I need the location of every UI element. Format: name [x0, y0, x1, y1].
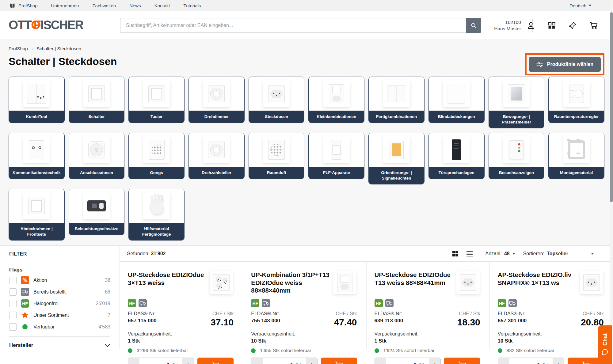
otto-fischer-logo[interactable]: OTTOFISCHER [9, 18, 83, 32]
category-tile[interactable]: Kommunikationstechnik [9, 133, 65, 179]
flag-count: 7 [108, 313, 110, 318]
quantity-decrease-button[interactable]: − [128, 358, 139, 364]
flag-checkbox[interactable] [9, 300, 17, 307]
product-card: UP-Kombination 3/1P+T13 EDIZIOdue weiss … [243, 262, 366, 349]
category-tile[interactable]: Drehzahlsteller [188, 133, 245, 179]
product-image[interactable] [580, 271, 604, 295]
category-tile[interactable]: KombiTool [9, 77, 65, 123]
quantity-decrease-button[interactable]: − [251, 358, 263, 364]
hf-label: HF [252, 301, 258, 306]
category-tile[interactable]: Montagematerial [548, 133, 604, 179]
flag-label[interactable]: Unser Sortiment [33, 313, 69, 318]
quantity-increase-button[interactable]: + [306, 358, 317, 364]
category-tile[interactable]: Kleinkombinationen [308, 77, 364, 123]
category-image [489, 133, 544, 167]
vent-product-thumbnail-icon [263, 136, 290, 163]
flag-label[interactable]: Halogenfrei [33, 301, 59, 306]
percent-badge-icon: % [21, 276, 29, 284]
flag-label[interactable]: Aktion [33, 278, 47, 283]
category-tile[interactable]: Hilfsmaterial Fertigmontage [128, 189, 185, 241]
sort-select[interactable]: Sortieren: Topseller [523, 251, 594, 256]
product-title[interactable]: UP-Steckdose EDIZIOdue T13 weiss 88×88×4… [375, 271, 456, 298]
category-tile[interactable]: Türsprechanlagen [428, 133, 485, 179]
star-badge-icon [21, 311, 29, 319]
product-image[interactable] [210, 271, 234, 295]
product-title[interactable]: UP-Kombination 3/1P+T13 EDIZIOdue weiss … [251, 271, 333, 298]
add-to-cart-button[interactable] [321, 358, 357, 364]
category-tile[interactable]: FLF-Apparate [308, 133, 364, 179]
socket3-product-thumbnail-icon [210, 271, 233, 294]
search-button[interactable] [466, 18, 481, 33]
quantity-display[interactable]: 1Stk [263, 358, 306, 364]
category-tile[interactable]: Fertigkombinationen [368, 77, 425, 123]
flag-checkbox[interactable] [9, 323, 17, 331]
flag-checkbox[interactable] [9, 288, 17, 296]
topnav-item-news[interactable]: News [129, 3, 141, 8]
list-view-icon[interactable] [466, 251, 473, 257]
category-tile[interactable]: Blindabdeckungen [428, 77, 485, 123]
category-image [129, 133, 184, 167]
quantity-unit: Stk [295, 362, 302, 364]
language-selector[interactable]: Deutsch [569, 3, 592, 8]
grid-view-icon[interactable] [452, 250, 459, 257]
category-tile[interactable]: Orientierungs- | Signalleuchten [368, 133, 425, 184]
quantity-increase-button[interactable]: + [553, 358, 564, 364]
quantity-increase-button[interactable]: + [182, 358, 194, 364]
scrollbar-thumb[interactable] [610, 12, 613, 202]
hersteller-accordion[interactable]: Hersteller [9, 342, 110, 348]
category-tile[interactable]: Anschlussdosen [69, 133, 125, 179]
cart-icon[interactable] [589, 21, 598, 30]
rocker-product-thumbnail-icon [23, 192, 50, 219]
category-tile[interactable]: Gongs [128, 133, 185, 179]
flag-label[interactable]: Bereits bestellt [33, 289, 66, 295]
category-tile[interactable]: Beleuchtungseinsätze [69, 189, 125, 235]
quantity-display[interactable]: 1Stk [386, 358, 429, 364]
category-tile[interactable]: Raumduft [249, 133, 305, 179]
quantity-decrease-button[interactable]: − [375, 358, 386, 364]
flag-checkbox[interactable] [9, 277, 17, 284]
user-account-icon[interactable] [527, 21, 535, 30]
category-tile[interactable]: Abdeckrahmen | Frontsets [9, 189, 65, 241]
category-tile[interactable]: Bewegungs- | Präsenzmelder [489, 77, 545, 128]
catalog-icon[interactable] [547, 21, 556, 30]
topnav-item-profshop[interactable]: ProfShop [9, 3, 38, 8]
account-info[interactable]: 102100 Hans Muster [494, 19, 521, 32]
category-image [9, 133, 64, 167]
price-unit-label: CHF / Stk [457, 311, 480, 317]
product-image[interactable] [456, 271, 480, 295]
productline-button-label: Produktlinie wählen [547, 62, 593, 67]
productline-select-button[interactable]: Produktlinie wählen [529, 57, 601, 72]
category-tile[interactable]: Schalter [69, 77, 125, 123]
category-tile[interactable]: Raumtemperaturregler [548, 77, 604, 123]
topnav-item-tutorials[interactable]: Tutorials [184, 3, 201, 8]
quantity-increase-button[interactable]: + [429, 358, 440, 364]
hf-label: HF [499, 301, 505, 306]
topnav-item-kontakt[interactable]: Kontakt [154, 3, 170, 8]
flag-label[interactable]: Verfügbar [33, 324, 55, 330]
topnav-item-fachwelten[interactable]: Fachwelten [92, 3, 116, 8]
quantity-decrease-button[interactable]: − [498, 358, 509, 364]
product-title[interactable]: UP-Steckdose EDIZIOdue 3×T13 weiss [128, 271, 210, 298]
quantity-display[interactable]: 1Stk [509, 358, 553, 364]
page-scrollbar[interactable] [610, 0, 613, 364]
product-title[interactable]: AP-Steckdose EDIZIO.liv SNAPFIX® 1×T13 w… [498, 271, 580, 298]
flag-checkbox[interactable] [9, 312, 17, 319]
page-size-select[interactable]: Anzahl: 48 [485, 251, 515, 256]
quantity-display[interactable]: 1Stk [139, 358, 182, 364]
darkmodule-product-thumbnail-icon [83, 192, 110, 219]
topnav-item-unternehmen[interactable]: Unternehmen [51, 3, 79, 8]
category-tile[interactable]: Besuchsanzeigen [489, 133, 545, 179]
category-tile[interactable]: Taster [128, 77, 185, 123]
breadcrumb-home[interactable]: ProfShop [9, 46, 28, 51]
pin-icon[interactable] [568, 21, 577, 30]
chat-button[interactable]: Chat [598, 325, 612, 364]
search-input[interactable] [120, 18, 466, 33]
category-tile[interactable]: Drehdimmer [188, 77, 245, 123]
add-to-cart-button[interactable] [444, 358, 480, 364]
category-image [549, 133, 604, 167]
stock-text: 1'655 Stk sofort lieferbar [260, 348, 311, 353]
product-image[interactable] [333, 271, 357, 295]
flags-group-title: Flags [9, 267, 110, 273]
add-to-cart-button[interactable] [197, 358, 234, 364]
category-tile[interactable]: Steckdosen [249, 77, 305, 123]
